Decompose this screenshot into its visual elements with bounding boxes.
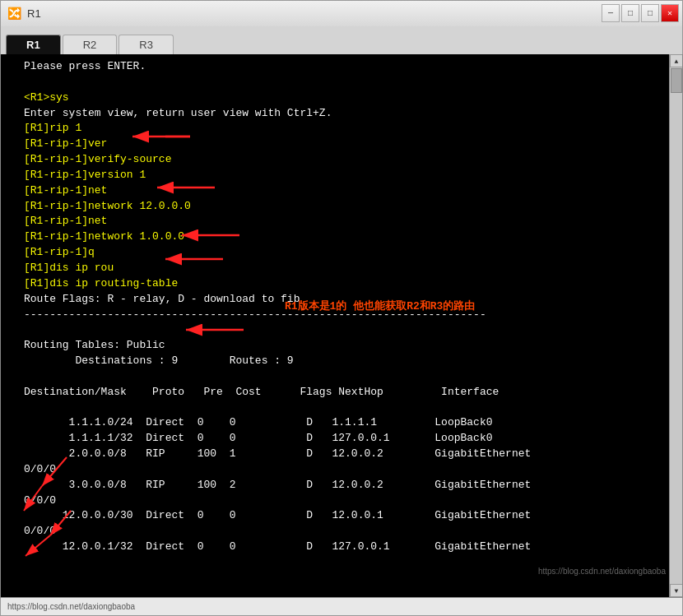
annotation-overlay: R1版本是1的 他也能获取R2和R3的路由 xyxy=(1,54,682,597)
title-bar: 🔀 R1 ─ □ □ ✕ xyxy=(0,0,683,26)
svg-line-10 xyxy=(50,511,71,535)
tab-r2[interactable]: R2 xyxy=(63,35,118,54)
close-button[interactable]: ✕ xyxy=(661,4,679,22)
tab-bar: R1 R2 R3 xyxy=(0,26,683,54)
tab-r1[interactable]: R1 xyxy=(6,35,61,54)
terminal-container: ml Please press ENTER. <R1>sys Enter sys… xyxy=(0,54,683,598)
svg-line-8 xyxy=(42,457,67,486)
tab-r3[interactable]: R3 xyxy=(118,35,174,54)
app-icon: 🔀 xyxy=(7,7,22,21)
svg-line-9 xyxy=(24,486,42,511)
minimize-button[interactable]: ─ xyxy=(602,4,620,22)
status-url: https://blog.csdn.net/daxiongbaoba xyxy=(7,602,135,611)
svg-text:R1版本是1的 他也能获取R2和R3的路由: R1版本是1的 他也能获取R2和R3的路由 xyxy=(285,299,475,313)
status-bar: https://blog.csdn.net/daxiongbaoba xyxy=(0,598,683,616)
window-title: R1 xyxy=(27,7,41,20)
window-controls: ─ □ □ ✕ xyxy=(602,4,679,22)
restore-button[interactable]: □ xyxy=(621,4,639,22)
svg-line-11 xyxy=(26,535,50,556)
maximize-button[interactable]: □ xyxy=(641,4,659,22)
